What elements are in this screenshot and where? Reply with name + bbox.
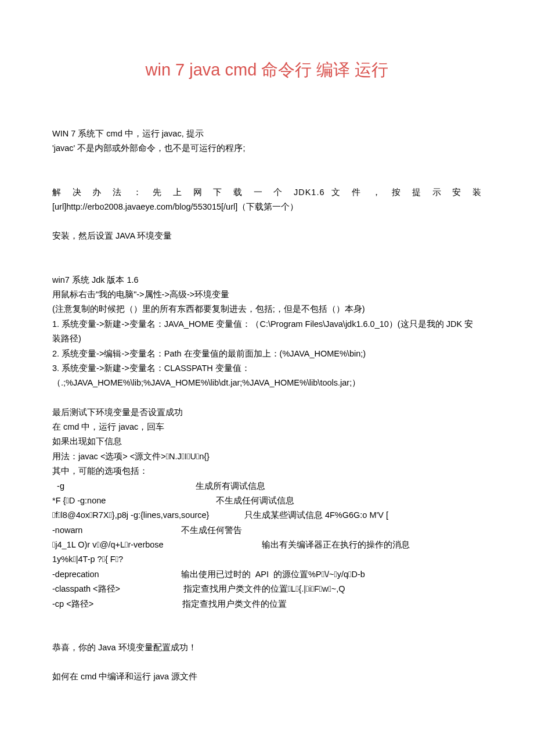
para-step2: 2. 系统变量->编辑->变量名：Path 在变量值的最前面加上：(%JAVA_… [52, 347, 482, 361]
page-title: win 7 java cmd 命令行 编译 运行 [52, 55, 482, 85]
para-solution-url: [url]http://erbo2008.javaeye.com/blog/55… [52, 200, 482, 214]
option-g: -g 生成所有调试信息 [52, 479, 482, 494]
para-intro-2: 'javac' 不是内部或外部命令，也不是可运行的程序; [52, 141, 482, 156]
para-install: 安装，然后设置 JAVA 环境变量 [52, 229, 482, 243]
para-test-3: 如果出现如下信息 [52, 434, 482, 449]
para-options-header: 其中，可能的选项包括： [52, 464, 482, 478]
para-rightclick: 用鼠标右击"我的电脑"->属性->高级->环境变量 [52, 287, 482, 302]
option-cp: -cp <路径> 指定查找用户类文件的位置 [52, 597, 482, 611]
para-copy-note: (注意复制的时候把（）里的所有东西都要复制进去，包括;，但是不包括（）本身) [52, 302, 482, 316]
para-solution-1: 解 决 办 法 ： 先 上 网 下 载 一 个 JDK1.6 文 件 ， 按 提… [52, 185, 482, 200]
para-test-2: 在 cmd 中，运行 javac，回车 [52, 420, 482, 434]
para-usage: 用法：javac <选项> <源文件>￿N.J￿I￿U￿n{} [52, 449, 482, 464]
para-howto: 如何在 cmd 中编译和运行 java 源文件 [52, 669, 482, 684]
option-glines: ￿f￿l8@4ox￿R7X￿},p8j -g:{lines,vars,sourc… [52, 508, 482, 523]
option-nowarn: -nowarn 不生成任何警告 [52, 523, 482, 538]
para-win7-jdk: win7 系统 Jdk 版本 1.6 [52, 273, 482, 287]
para-intro-1: WIN 7 系统下 cmd 中，运行 javac, 提示 [52, 127, 482, 141]
option-classpath: -classpath <路径> 指定查找用户类文件的位置￿L￿{.|￿i￿F￿w… [52, 582, 482, 596]
para-step3: 3. 系统变量->新建->变量名：CLASSPATH 变量值： [52, 361, 482, 376]
option-deprecation: -deprecation 输出使用已过时的 API 的源位置%P￿\/~￿y/q… [52, 567, 482, 582]
option-verbose: ￿j4_1L O)r v￿@/q+L￿r-verbose 输出有关编译器正在执行… [52, 538, 482, 552]
para-step1: 1. 系统变量->新建->变量名：JAVA_HOME 变量值：（C:\Progr… [52, 317, 482, 347]
para-test-1: 最后测试下环境变量是否设置成功 [52, 405, 482, 420]
option-garbled: 1y%k￿|4T-p ?￿{ F￿? [52, 552, 482, 567]
para-success: 恭喜，你的 Java 环境变量配置成功！ [52, 640, 482, 655]
option-gnone: *F {￿D -g:none 不生成任何调试信息 [52, 494, 482, 508]
para-step3-value: （.;%JAVA_HOME%\lib;%JAVA_HOME%\lib\dt.ja… [52, 376, 482, 390]
